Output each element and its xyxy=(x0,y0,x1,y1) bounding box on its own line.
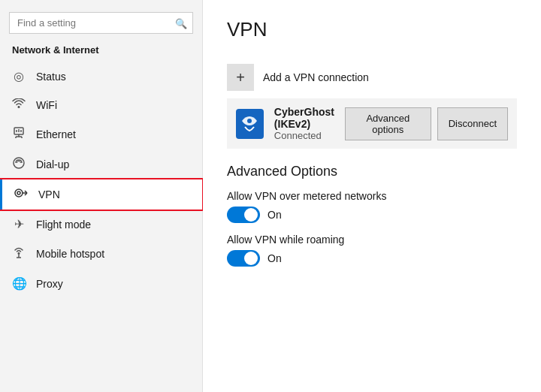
dialup-icon xyxy=(12,157,26,172)
search-input[interactable] xyxy=(9,12,193,34)
search-icon: 🔍 xyxy=(175,17,187,29)
status-icon: ◎ xyxy=(12,69,26,83)
sidebar-item-label: Ethernet xyxy=(36,128,76,140)
sidebar-item-wifi[interactable]: WiFi xyxy=(0,91,202,119)
svg-point-14 xyxy=(17,191,20,194)
sidebar-item-status[interactable]: ◎ Status xyxy=(0,62,202,91)
vpn-info: CyberGhost (IKEv2) Connected xyxy=(274,106,334,141)
section-title: Network & Internet xyxy=(0,41,202,62)
svg-point-15 xyxy=(18,252,20,255)
toggle-text-metered: On xyxy=(267,209,282,221)
vpn-status: Connected xyxy=(274,130,334,141)
sidebar: 🔍 Network & Internet ◎ Status WiFi xyxy=(0,0,203,392)
search-box[interactable]: 🔍 xyxy=(9,12,193,34)
sidebar-item-label: VPN xyxy=(38,188,60,201)
advanced-section-title: Advanced Options xyxy=(227,164,517,179)
sidebar-item-dialup[interactable]: Dial-up xyxy=(0,149,202,179)
proxy-icon: 🌐 xyxy=(12,276,26,291)
sidebar-item-label: WiFi xyxy=(36,99,57,111)
hotspot-icon xyxy=(12,246,26,261)
option-row-metered: Allow VPN over metered networks On xyxy=(227,190,517,223)
sidebar-item-vpn[interactable]: VPN xyxy=(0,179,202,210)
toggle-row-roaming: On xyxy=(227,250,517,267)
page-title: VPN xyxy=(227,18,517,41)
vpn-actions: Advanced options Disconnect xyxy=(345,107,508,140)
option-label-roaming: Allow VPN while roaming xyxy=(227,234,517,246)
toggle-row-metered: On xyxy=(227,207,517,223)
vpn-logo xyxy=(236,109,264,139)
svg-point-9 xyxy=(14,158,24,168)
option-row-roaming: Allow VPN while roaming On xyxy=(227,234,517,267)
toggle-text-roaming: On xyxy=(267,252,282,264)
sidebar-item-hotspot[interactable]: Mobile hotspot xyxy=(0,239,202,269)
toggle-metered[interactable] xyxy=(227,207,260,223)
main-content: VPN + Add a VPN connection CyberGhost (I… xyxy=(203,0,541,392)
sidebar-item-label: Status xyxy=(36,71,66,83)
ethernet-icon xyxy=(12,127,26,142)
sidebar-item-label: Flight mode xyxy=(36,219,91,231)
add-icon: + xyxy=(227,64,254,91)
disconnect-button[interactable]: Disconnect xyxy=(437,107,508,140)
option-label-metered: Allow VPN over metered networks xyxy=(227,190,517,202)
vpn-icon xyxy=(14,187,28,202)
svg-point-0 xyxy=(18,106,20,108)
sidebar-item-flight[interactable]: ✈ Flight mode xyxy=(0,210,202,239)
sidebar-item-label: Dial-up xyxy=(36,158,69,170)
sidebar-item-proxy[interactable]: 🌐 Proxy xyxy=(0,269,202,298)
flight-icon: ✈ xyxy=(12,217,26,231)
wifi-icon xyxy=(12,98,26,112)
svg-point-10 xyxy=(15,189,23,197)
vpn-name: CyberGhost (IKEv2) xyxy=(274,106,334,130)
sidebar-item-label: Mobile hotspot xyxy=(36,248,104,260)
vpn-entry: CyberGhost (IKEv2) Connected Advanced op… xyxy=(227,98,517,149)
advanced-options-button[interactable]: Advanced options xyxy=(345,107,431,140)
add-vpn-label: Add a VPN connection xyxy=(263,71,369,83)
sidebar-item-ethernet[interactable]: Ethernet xyxy=(0,119,202,149)
svg-point-18 xyxy=(247,119,252,123)
toggle-roaming[interactable] xyxy=(227,250,260,267)
sidebar-item-label: Proxy xyxy=(36,278,63,290)
add-vpn-button[interactable]: + Add a VPN connection xyxy=(227,56,517,98)
